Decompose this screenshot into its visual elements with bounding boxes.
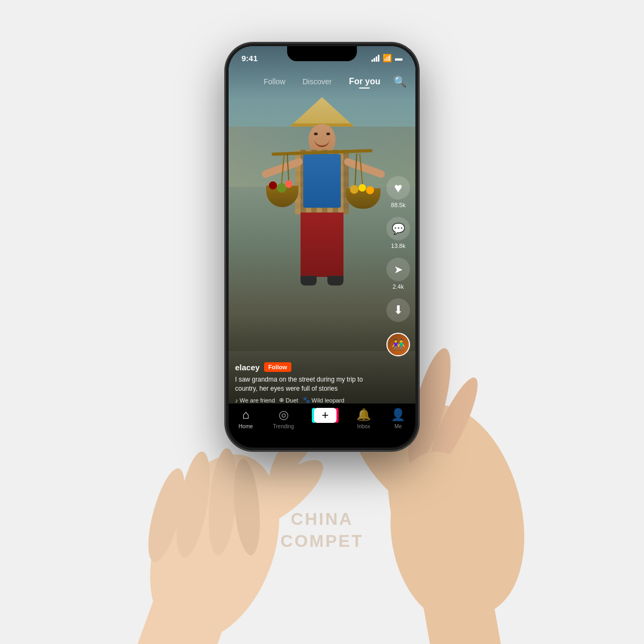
wifi-icon: 📶 [383, 54, 392, 62]
plus-icon: + [314, 408, 336, 423]
trending-icon: ◎ [279, 408, 289, 422]
phone-device: 9:41 📶 ▬ Follow Discover For you [225, 43, 419, 451]
comment-button[interactable]: 💬 13.8k [386, 217, 410, 249]
inbox-icon: 🔔 [356, 408, 371, 422]
scene: 9:41 📶 ▬ Follow Discover For you [0, 0, 644, 644]
music-item-3: 🐾 Wild leopard [303, 397, 345, 404]
home-icon: ⌂ [242, 408, 249, 422]
search-icon[interactable]: 🔍 [393, 75, 407, 88]
tab-discover[interactable]: Discover [294, 77, 340, 86]
share-button[interactable]: ➤ 2.4k [386, 258, 410, 290]
watermark-line1: CHINA [291, 509, 353, 529]
music-row: ♪ We are friend ⊕ Duet 🐾 Wild leopard [235, 397, 383, 404]
svg-point-10 [141, 465, 192, 566]
top-nav: Follow Discover For you 🔍 [229, 70, 415, 93]
right-actions: ♥ 88.5k 💬 13.8k ➤ 2.4k ⬇ 👫 [386, 176, 410, 356]
nav-trending[interactable]: ◎ Trending [273, 408, 294, 429]
nav-create[interactable]: + [314, 408, 336, 423]
bottom-info: elacey Follow I saw grandma on the stree… [235, 362, 383, 404]
status-time: 9:41 [241, 54, 258, 63]
music-label-2: Duet [286, 397, 298, 404]
signal-icon [371, 55, 379, 62]
comment-icon: 💬 [386, 217, 410, 240]
svg-point-8 [126, 436, 303, 644]
avatar: 👫 [386, 333, 410, 356]
comment-count: 13.8k [391, 243, 406, 249]
duet-icon: ⊕ [279, 397, 284, 404]
animal-icon: 🐾 [303, 397, 310, 404]
nav-me-label: Me [394, 423, 402, 429]
svg-point-5 [421, 373, 486, 475]
music-label-3: Wild leopard [312, 397, 345, 404]
like-button[interactable]: ♥ 88.5k [386, 176, 410, 208]
nav-home-label: Home [239, 423, 253, 429]
status-icons: 📶 ▬ [371, 54, 402, 62]
phone-screen: 9:41 📶 ▬ Follow Discover For you [229, 46, 415, 448]
nav-trending-label: Trending [273, 423, 294, 429]
share-icon: ➤ [386, 258, 410, 281]
caption-text: I saw grandma on the street during my tr… [235, 375, 383, 393]
plus-button[interactable]: + [314, 408, 336, 423]
music-item-1: ♪ We are friend [235, 397, 275, 404]
battery-icon: ▬ [395, 54, 402, 62]
creator-avatar-btn[interactable]: 👫 [386, 333, 410, 356]
follow-button[interactable]: Follow [264, 362, 291, 372]
music-item-2: ⊕ Duet [279, 397, 298, 404]
heart-icon: ♥ [386, 176, 410, 200]
like-count: 88.5k [391, 202, 406, 208]
nav-me[interactable]: 👤 Me [391, 408, 405, 429]
svg-point-12 [204, 447, 240, 557]
share-count: 2.4k [393, 283, 404, 290]
music-note-icon: ♪ [235, 397, 238, 404]
watermark: CHINA COMPET [281, 508, 364, 553]
svg-point-11 [170, 449, 216, 560]
tab-follow[interactable]: Follow [255, 77, 294, 86]
save-icon: ⬇ [386, 298, 410, 322]
me-icon: 👤 [391, 408, 405, 422]
svg-point-13 [230, 458, 264, 556]
save-button[interactable]: ⬇ [386, 298, 410, 322]
music-label-1: We are friend [240, 397, 275, 404]
bottom-nav: ⌂ Home ◎ Trending + 🔔 Inbox 👤 [229, 404, 415, 448]
nav-inbox[interactable]: 🔔 Inbox [356, 408, 371, 429]
svg-rect-14 [125, 580, 232, 644]
tab-for-you[interactable]: For you [340, 77, 389, 86]
watermark-line2: COMPET [281, 531, 364, 551]
creator-row: elacey Follow [235, 362, 383, 372]
nav-home[interactable]: ⌂ Home [239, 408, 253, 429]
nav-inbox-label: Inbox [357, 423, 370, 429]
svg-rect-7 [419, 567, 506, 644]
phone-notch [287, 46, 357, 61]
svg-point-6 [378, 443, 514, 631]
creator-name: elacey [235, 363, 260, 372]
